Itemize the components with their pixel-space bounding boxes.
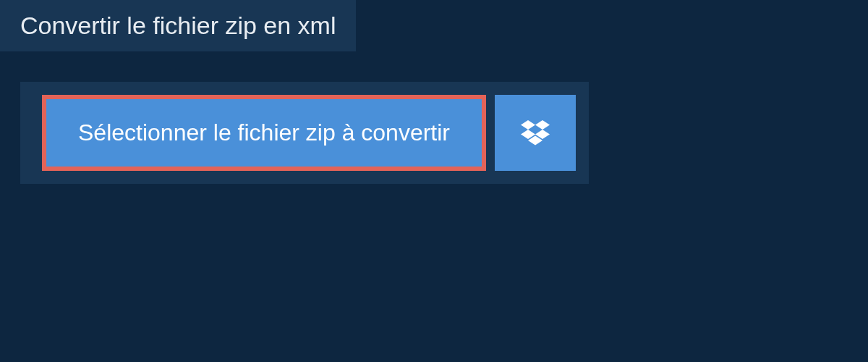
dropbox-button[interactable] [495,95,576,171]
dropbox-icon [521,120,550,146]
page-title: Convertir le fichier zip en xml [20,12,336,39]
title-bar: Convertir le fichier zip en xml [0,0,356,51]
button-container: Sélectionner le fichier zip à convertir [20,82,589,184]
select-file-button-label: Sélectionner le fichier zip à convertir [78,119,450,146]
select-file-button[interactable]: Sélectionner le fichier zip à convertir [42,95,486,171]
